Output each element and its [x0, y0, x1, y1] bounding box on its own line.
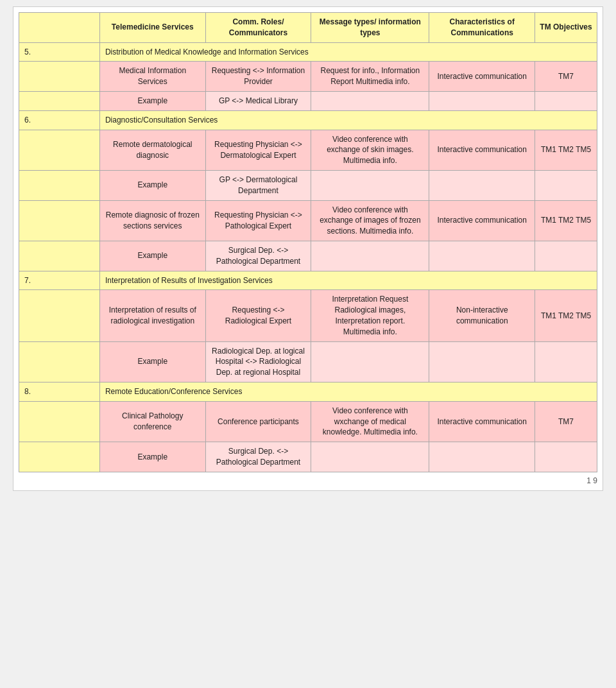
header-col5: TM Objectives	[535, 13, 597, 43]
cell-8-0-1: Conference participants	[205, 401, 311, 442]
cell-7-1-2	[311, 341, 429, 382]
cell-6-0-3: Interactive communication	[429, 130, 535, 170]
cell-5-1-0: Example	[99, 91, 205, 110]
cell-7-1-4	[535, 341, 597, 382]
cell-7-1-1: Radiological Dep. at logical Hospital <-…	[205, 341, 311, 382]
header-col2: Comm. Roles/ Communicators	[205, 13, 311, 43]
cell-num-8-0	[19, 401, 100, 442]
cell-8-0-0: Clinical Pathology conference	[99, 401, 205, 442]
cell-6-3-1: Surgical Dep. <-> Pathological Departmen…	[205, 241, 311, 271]
header-col0	[19, 13, 100, 43]
section-title-8: Remote Education/Conference Services	[99, 382, 597, 401]
cell-5-0-3: Interactive communication	[429, 62, 535, 92]
cell-8-1-1: Surgical Dep. <-> Pathological Departmen…	[205, 442, 311, 472]
cell-8-1-3	[429, 442, 535, 472]
cell-6-0-1: Requesting Physician <-> Dermatological …	[205, 130, 311, 170]
section-header-6: 6.Diagnostic/Consultation Services	[19, 110, 597, 130]
cell-6-1-3	[429, 170, 535, 200]
header-row: Telemedicine Services Comm. Roles/ Commu…	[19, 13, 597, 43]
cell-6-3-0: Example	[99, 241, 205, 271]
row-6-1: ExampleGP <-> Dermatological Department	[19, 170, 597, 200]
row-5-1: ExampleGP <-> Medical Library	[19, 91, 597, 110]
section-title-5: Distribution of Medical Knowledge and In…	[99, 42, 597, 62]
cell-6-2-1: Requesting Physician <-> Pathological Ex…	[205, 200, 311, 241]
cell-6-0-4: TM1 TM2 TM5	[535, 130, 597, 170]
header-col3: Message types/ information types	[311, 13, 429, 43]
section-title-7: Interpretation of Results of Investigati…	[99, 271, 597, 290]
section-number-6: 6.	[19, 110, 100, 130]
cell-6-3-2	[311, 241, 429, 271]
cell-5-0-1: Requesting <-> Information Provider	[205, 62, 311, 92]
cell-7-0-0: Interpretation of results of radiologica…	[99, 290, 205, 341]
main-table: Telemedicine Services Comm. Roles/ Commu…	[19, 12, 597, 472]
cell-5-1-1: GP <-> Medical Library	[205, 91, 311, 110]
page-number: 1 9	[19, 476, 597, 485]
header-col1: Telemedicine Services	[99, 13, 205, 43]
cell-6-1-0: Example	[99, 170, 205, 200]
cell-num-8-1	[19, 442, 100, 472]
cell-6-3-4	[535, 241, 597, 271]
cell-6-2-4: TM1 TM2 TM5	[535, 200, 597, 241]
row-6-2: Remote diagnosic of frozen sections serv…	[19, 200, 597, 241]
cell-7-0-4: TM1 TM2 TM5	[535, 290, 597, 341]
section-number-8: 8.	[19, 382, 100, 401]
cell-num-7-1	[19, 341, 100, 382]
section-header-5: 5.Distribution of Medical Knowledge and …	[19, 42, 597, 62]
row-7-1: ExampleRadiological Dep. at logical Hosp…	[19, 341, 597, 382]
cell-6-0-2: Video conference with exchange of skin i…	[311, 130, 429, 170]
cell-6-2-3: Interactive communication	[429, 200, 535, 241]
page-container: Telemedicine Services Comm. Roles/ Commu…	[13, 6, 603, 491]
cell-6-1-4	[535, 170, 597, 200]
cell-8-1-0: Example	[99, 442, 205, 472]
row-7-0: Interpretation of results of radiologica…	[19, 290, 597, 341]
cell-num-5-0	[19, 62, 100, 92]
cell-7-0-3: Non-interactive communication	[429, 290, 535, 341]
cell-7-0-2: Interpretation Request Radiological imag…	[311, 290, 429, 341]
cell-num-6-0	[19, 130, 100, 170]
cell-num-5-1	[19, 91, 100, 110]
row-6-0: Remote dermatological diagnosicRequestin…	[19, 130, 597, 170]
cell-num-6-1	[19, 170, 100, 200]
cell-num-6-3	[19, 241, 100, 271]
row-5-0: Medical Information ServicesRequesting <…	[19, 62, 597, 92]
cell-5-0-4: TM7	[535, 62, 597, 92]
row-8-1: ExampleSurgical Dep. <-> Pathological De…	[19, 442, 597, 472]
section-header-7: 7.Interpretation of Results of Investiga…	[19, 271, 597, 290]
cell-8-1-4	[535, 442, 597, 472]
cell-7-1-0: Example	[99, 341, 205, 382]
header-col4: Characteristics of Communications	[429, 13, 535, 43]
cell-5-1-3	[429, 91, 535, 110]
cell-6-1-1: GP <-> Dermatological Department	[205, 170, 311, 200]
cell-8-0-4: TM7	[535, 401, 597, 442]
row-8-0: Clinical Pathology conferenceConference …	[19, 401, 597, 442]
cell-5-1-4	[535, 91, 597, 110]
cell-6-2-2: Video conference with exchange of images…	[311, 200, 429, 241]
section-header-8: 8.Remote Education/Conference Services	[19, 382, 597, 401]
cell-8-0-2: Video conference with wxchange of medica…	[311, 401, 429, 442]
cell-8-1-2	[311, 442, 429, 472]
cell-5-0-0: Medical Information Services	[99, 62, 205, 92]
cell-5-1-2	[311, 91, 429, 110]
cell-7-0-1: Requesting <-> Radiological Expert	[205, 290, 311, 341]
cell-6-3-3	[429, 241, 535, 271]
cell-num-6-2	[19, 200, 100, 241]
cell-5-0-2: Request for info., Information Report Mu…	[311, 62, 429, 92]
cell-7-1-3	[429, 341, 535, 382]
section-number-5: 5.	[19, 42, 100, 62]
section-title-6: Diagnostic/Consultation Services	[99, 110, 597, 130]
cell-num-7-0	[19, 290, 100, 341]
section-number-7: 7.	[19, 271, 100, 290]
row-6-3: ExampleSurgical Dep. <-> Pathological De…	[19, 241, 597, 271]
cell-6-0-0: Remote dermatological diagnosic	[99, 130, 205, 170]
cell-8-0-3: Interactive communication	[429, 401, 535, 442]
cell-6-2-0: Remote diagnosic of frozen sections serv…	[99, 200, 205, 241]
cell-6-1-2	[311, 170, 429, 200]
